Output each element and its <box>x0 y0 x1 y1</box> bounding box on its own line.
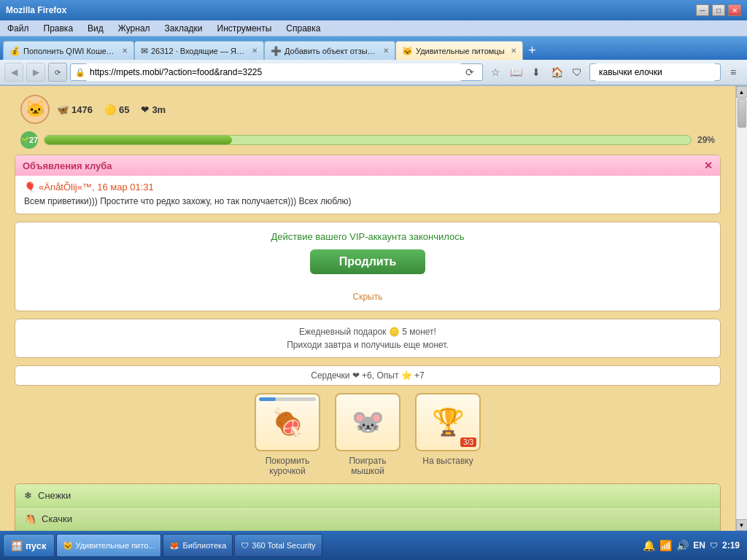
tab-pets-icon: 🐱 <box>402 46 413 56</box>
tray-icon-1: 🔔 <box>643 540 655 551</box>
tab-yandex-label: 26312 · Входящие — Яндек... <box>151 47 246 55</box>
tab-qiwi-icon: 💰 <box>9 46 20 56</box>
search-input[interactable] <box>595 63 716 81</box>
pet-stats: 🦋 1476 🟡 65 ❤ 3m <box>57 104 166 115</box>
action-feed-progress-fill <box>259 397 276 401</box>
bookmark-icon[interactable]: 📖 <box>506 63 525 82</box>
star-icon[interactable]: ☆ <box>486 63 505 82</box>
hearts-bar: Сердечки ❤ +6, Опыт ⭐ +7 <box>15 365 721 386</box>
action-feed-progress <box>259 397 316 401</box>
menu-tools[interactable]: Инструменты <box>214 22 275 35</box>
titlebar-buttons: ─ □ ✕ <box>696 4 741 16</box>
action-play-box: 🐭 <box>335 393 400 451</box>
taskbar-pets[interactable]: 🐱 Удивительные пито... <box>56 534 162 557</box>
clock: 2:19 <box>722 540 740 551</box>
action-play-label: Поигратьмышкой <box>349 456 386 476</box>
mouse-icon: 🐭 <box>352 407 384 438</box>
tab-pets[interactable]: 🐱 Удивительные питомцы ✕ <box>395 41 523 60</box>
taskbar-security-icon: 🛡 <box>241 541 249 550</box>
club-header: Объявления клуба ✕ <box>15 155 720 176</box>
menu-journal[interactable]: Журнал <box>115 22 153 35</box>
tab-pets-label: Удивительные питомцы <box>416 47 505 55</box>
new-tab-button[interactable]: + <box>523 41 542 60</box>
action-play[interactable]: 🐭 Поигратьмышкой <box>335 393 400 476</box>
tab-qiwi[interactable]: 💰 Пополнить QIWI Кошелек: ... ✕ <box>3 41 134 60</box>
menu-help[interactable]: Справка <box>283 22 323 35</box>
start-icon: 🪟 <box>11 540 23 551</box>
tab-yandex-close[interactable]: ✕ <box>252 47 258 55</box>
game-menu-list: ❄ Снежки 🐴 Скачки 🌳 Поляна ⊕ 🎡 Прогулки … <box>15 483 721 531</box>
taskbar-tray: 🔔 📶 🔊 EN 🛡 2:19 <box>638 540 744 551</box>
menu-races[interactable]: 🐴 Скачки <box>15 508 720 531</box>
home-button[interactable]: ⟳ <box>48 63 67 82</box>
reload-button[interactable]: ⟳ <box>462 63 478 81</box>
action-feed[interactable]: 🍖 Покормитькурочкой <box>255 393 320 476</box>
hearts-icon: ❤ <box>141 104 149 115</box>
tabs-bar: 💰 Пополнить QIWI Кошелек: ... ✕ ✉ 26312 … <box>0 36 747 60</box>
action-feed-label: Покормитькурочкой <box>266 456 310 476</box>
actions-row: 🍖 Покормитькурочкой 🐭 Поигратьмышкой 🏆 3… <box>15 393 721 476</box>
action-exhibition[interactable]: 🏆 3/3 На выставку <box>415 393 481 476</box>
address-bar: ◀ ▶ ⟳ 🔒 ⟳ ☆ 📖 ⬇ 🏠 🛡 ≡ <box>0 60 747 86</box>
vip-extend-button[interactable]: Продлить <box>310 249 426 274</box>
tab-review-label: Добавить объект отзыва |... <box>285 47 377 55</box>
titlebar: Mozilla Firefox ─ □ ✕ <box>0 0 747 20</box>
club-close-button[interactable]: ✕ <box>704 160 713 171</box>
tab-qiwi-label: Пополнить QIWI Кошелек: ... <box>23 47 116 55</box>
menu-view[interactable]: Вид <box>85 22 107 35</box>
close-button[interactable]: ✕ <box>728 4 741 16</box>
minimize-button[interactable]: ─ <box>696 4 709 16</box>
menu-snowballs[interactable]: ❄ Снежки <box>15 484 720 508</box>
tab-yandex-icon: ✉ <box>141 46 148 56</box>
tab-review-icon: ➕ <box>271 46 282 56</box>
taskbar-security-label: 360 Total Security <box>252 541 315 550</box>
scroll-thumb[interactable] <box>738 98 746 128</box>
butterfly-stat: 🦋 1476 <box>57 104 93 115</box>
shield-icon[interactable]: 🛡 <box>568 63 587 82</box>
butterfly-icon: 🦋 <box>57 104 69 115</box>
taskbar-library-label: Библиотека <box>182 541 226 550</box>
menu-bar: Файл Правка Вид Журнал Закладки Инструме… <box>0 20 747 36</box>
url-input[interactable] <box>85 63 462 81</box>
lock-icon: 🔒 <box>75 68 85 77</box>
taskbar-security[interactable]: 🛡 360 Total Security <box>234 534 322 557</box>
scroll-up[interactable]: ▲ <box>736 86 748 98</box>
actions-section: 🍖 Покормитькурочкой 🐭 Поигратьмышкой 🏆 3… <box>15 393 721 476</box>
coin-stat: 🟡 65 <box>104 104 129 115</box>
back-button[interactable]: ◀ <box>4 63 23 82</box>
club-announcements-box: Объявления клуба ✕ 🎈 «ÄnåtÕlij«™, 16 мар… <box>15 155 721 214</box>
menu-icon[interactable]: ≡ <box>724 63 743 82</box>
coin-count: 65 <box>119 104 129 115</box>
tab-qiwi-close[interactable]: ✕ <box>122 47 128 55</box>
tab-yandex[interactable]: ✉ 26312 · Входящие — Яндек... ✕ <box>134 41 264 60</box>
download-icon[interactable]: ⬇ <box>527 63 546 82</box>
level-badge: 🌱 27 <box>20 131 38 149</box>
taskbar-pets-label: Удивительные пито... <box>76 541 155 550</box>
menu-file[interactable]: Файл <box>4 22 32 35</box>
scroll-down[interactable]: ▼ <box>736 519 748 531</box>
club-message: Всем приветики))) Простите что редко зах… <box>24 195 711 208</box>
titlebar-title: Mozilla Firefox <box>6 5 66 15</box>
daily-gift-box: Ежедневный подарок 🪙 5 монет! Приходи за… <box>15 319 721 358</box>
scrollbar[interactable]: ▲ ▼ <box>735 86 747 531</box>
vip-status-text: Действие вашего VIP-аккаунта закончилось <box>24 231 711 242</box>
vip-box: Действие вашего VIP-аккаунта закончилось… <box>15 222 721 311</box>
vip-hide-link[interactable]: Скрыть <box>353 292 383 302</box>
daily-gift-line2: Приходи завтра и получишь еще монет. <box>24 338 711 351</box>
start-button[interactable]: 🪟 пуск <box>3 534 55 557</box>
taskbar-library[interactable]: 🦊 Библиотека <box>163 534 233 557</box>
pet-avatar: 🐱 <box>20 95 50 124</box>
menu-edit[interactable]: Правка <box>41 22 77 35</box>
menu-bookmarks[interactable]: Закладки <box>162 22 206 35</box>
tray-icon-2: 📶 <box>659 540 672 551</box>
scroll-track[interactable] <box>737 98 747 519</box>
tab-pets-close[interactable]: ✕ <box>511 47 516 55</box>
forward-button[interactable]: ▶ <box>26 63 45 82</box>
maximize-button[interactable]: □ <box>712 4 725 16</box>
progress-percent: 29% <box>697 135 715 145</box>
tray-security-icon: 🛡 <box>710 541 718 550</box>
tab-review[interactable]: ➕ Добавить объект отзыва |... ✕ <box>264 41 395 60</box>
tab-review-close[interactable]: ✕ <box>383 47 389 55</box>
home-nav-icon[interactable]: 🏠 <box>547 63 566 82</box>
meat-icon: 🍖 <box>271 407 304 438</box>
